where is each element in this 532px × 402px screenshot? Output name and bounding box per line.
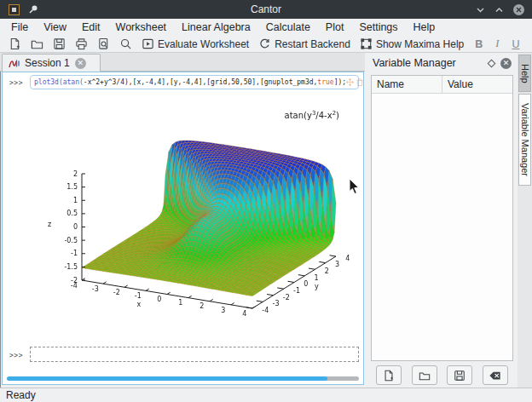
tab-bar: Session 1 ✕ (0, 53, 365, 72)
window-title: Cantor (0, 3, 532, 15)
clear-variables-button[interactable] (483, 365, 508, 385)
toolbar: Evaluate Worksheet Restart Backend Show … (0, 36, 532, 53)
remove-entry-icon[interactable] (356, 78, 363, 86)
maximize-icon[interactable] (494, 4, 505, 15)
menu-edit[interactable]: Edit (74, 20, 108, 35)
command-text: plot3d(atan(-x^2+y^3/4),[x,-4,4],[y,-4,4… (34, 78, 346, 86)
menu-help[interactable]: Help (406, 20, 443, 35)
next-command-prompt: >>> (9, 352, 23, 359)
new-document-button[interactable] (5, 37, 25, 51)
minimize-icon[interactable] (475, 4, 486, 15)
menu-calculate[interactable]: Calculate (258, 20, 318, 35)
tab-close-icon[interactable]: ✕ (75, 58, 86, 69)
close-icon[interactable] (512, 3, 525, 16)
print-preview-button[interactable] (94, 37, 113, 51)
menu-worksheet[interactable]: Worksheet (108, 20, 175, 35)
dock-tab-variable-manager[interactable]: Variable Manager (518, 94, 531, 186)
search-icon[interactable] (116, 37, 136, 51)
save-variables-button[interactable] (447, 365, 472, 385)
column-header-name[interactable]: Name (372, 76, 442, 93)
empty-command-entry[interactable] (30, 347, 359, 362)
menubar: File View Edit Worksheet Linear Algebra … (0, 19, 532, 36)
plot3d-surface-canvas (32, 95, 364, 342)
menu-plot[interactable]: Plot (318, 20, 352, 35)
evaluate-worksheet-button[interactable]: Evaluate Worksheet (138, 37, 252, 51)
tab-label: Session 1 (25, 57, 70, 69)
status-text: Ready (6, 389, 36, 401)
underline-button[interactable]: U (506, 38, 524, 50)
command-entry[interactable]: plot3d(atan(-x^2+y^3/4),[x,-4,4],[y,-4,4… (30, 75, 359, 89)
column-header-value[interactable]: Value (442, 76, 512, 93)
command-prompt: >>> (9, 79, 23, 87)
menu-file[interactable]: File (3, 20, 36, 35)
pin-icon[interactable] (28, 4, 38, 14)
variable-manager-header: Variable Manager ✕ (367, 53, 518, 73)
maxima-icon (9, 58, 20, 69)
strikethrough-button[interactable]: S (528, 38, 532, 50)
worksheet: >>> plot3d(atan(-x^2+y^3/4),[x,-4,4],[y,… (2, 72, 364, 385)
variable-manager-panel: Variable Manager ✕ Name Value (367, 53, 518, 388)
titlebar: Cantor (0, 0, 532, 19)
session-progress-bar (7, 376, 359, 381)
open-file-button[interactable] (27, 37, 47, 51)
menu-settings[interactable]: Settings (351, 20, 405, 35)
progress-fill (7, 376, 327, 381)
print-button[interactable] (72, 37, 91, 51)
menu-linear-algebra[interactable]: Linear Algebra (174, 20, 258, 35)
variable-manager-buttons (367, 365, 518, 385)
save-button[interactable] (49, 37, 69, 51)
italic-button[interactable]: I (490, 37, 504, 50)
menu-view[interactable]: View (36, 20, 74, 35)
float-panel-icon[interactable] (488, 59, 496, 67)
variable-manager-title: Variable Manager (373, 57, 456, 69)
show-maxima-help-button[interactable]: Show Maxima Help (356, 37, 467, 51)
load-variables-button[interactable] (412, 365, 437, 385)
new-variable-button[interactable] (376, 365, 402, 385)
bold-button[interactable]: B (470, 38, 488, 50)
cantor-window: Cantor File View Edit Worksheet Linear A… (0, 0, 532, 402)
restart-backend-button[interactable]: Restart Backend (255, 37, 354, 51)
mouse-cursor (349, 178, 360, 195)
variable-table: Name Value (371, 75, 513, 361)
dock-tab-strip: Help Variable Manager (518, 53, 532, 388)
drag-entry-icon[interactable] (346, 78, 354, 86)
app-menu-icon[interactable] (9, 4, 20, 15)
statusbar: Ready (0, 388, 532, 402)
plot-title: atan(y3/4-x2) (285, 110, 339, 120)
close-panel-icon[interactable]: ✕ (500, 58, 512, 69)
tab-session-1[interactable]: Session 1 ✕ (2, 54, 101, 72)
dock-tab-help[interactable]: Help (518, 55, 531, 92)
